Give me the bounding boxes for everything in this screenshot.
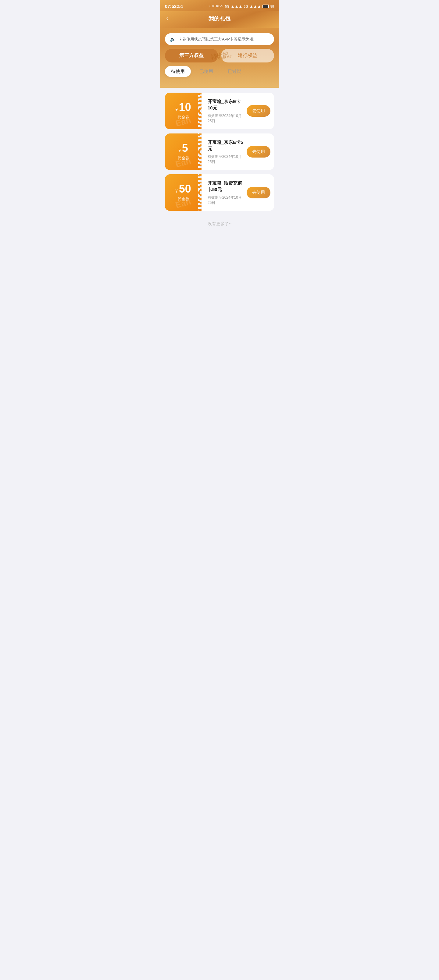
status-icons: 0.00 KB/S 5G ▲▲▲ 5G ▲▲▲ 98 (209, 4, 274, 8)
network-speed: 0.00 KB/S (209, 5, 223, 8)
5g-icon: 5G (225, 5, 230, 8)
coupon-info: 开宝箱_京东E卡5元 有效期至2024年10月25日 (208, 139, 244, 165)
use-coupon-button-1[interactable]: 去使用 (247, 105, 270, 117)
signal-bars-icon-2: ▲▲▲ (249, 4, 261, 8)
speaker-icon: 🔈 (170, 36, 176, 42)
coupon-title-bold: 10元 (208, 105, 217, 110)
coupon-list: ¥ 10 代金券 Eah 开宝箱_京东E卡10元 有效期至2024年10月25日… (160, 88, 279, 239)
coupon-expiry: 有效期至2024年10月25日 (208, 154, 244, 165)
coupon-card: ¥ 10 代金券 Eah 开宝箱_京东E卡10元 有效期至2024年10月25日… (165, 93, 274, 129)
coupon-expiry: 有效期至2024年10月25日 (208, 195, 244, 205)
currency-symbol: ¥ (175, 107, 178, 112)
use-coupon-button-3[interactable]: 去使用 (247, 187, 270, 198)
coupon-amount: ¥ 50 (175, 183, 191, 194)
coupon-title-bold: 50元 (212, 187, 222, 192)
coupon-title: 开宝箱_京东E卡10元 (208, 98, 244, 111)
page-header: ‹ 我的礼包 (160, 11, 279, 28)
coupon-right-section: 开宝箱_京东E卡5元 有效期至2024年10月25日 去使用 (201, 134, 274, 170)
coupon-info: 开宝箱_话费充值卡50元 有效期至2024年10月25日 (208, 180, 244, 205)
tab-used[interactable]: 已使用 (193, 66, 219, 77)
coupon-type: 代金券 (177, 156, 189, 161)
coupon-expiry: 有效期至2024年10月25日 (208, 113, 244, 124)
signal-bars-icon: ▲▲▲ (231, 4, 243, 8)
coupon-amount: ¥ 10 (175, 102, 191, 113)
coupon-value: 5 (182, 142, 188, 154)
coupon-type: 代金券 (177, 115, 189, 120)
back-button[interactable]: ‹ (166, 14, 168, 22)
category-tab-group: 第三方权益 建行权益 特价的 tejia.de (165, 49, 274, 62)
5g-icon-2: 5G (244, 5, 248, 8)
status-bar: 07:52:51 0.00 KB/S 5G ▲▲▲ 5G ▲▲▲ 98 (160, 0, 279, 11)
coupon-card: ¥ 50 代金券 Eah 开宝箱_话费充值卡50元 有效期至2024年10月25… (165, 174, 274, 211)
coupon-info: 开宝箱_京东E卡10元 有效期至2024年10月25日 (208, 98, 244, 124)
coupon-value: 10 (179, 101, 191, 113)
coupon-value: 50 (179, 183, 191, 195)
tab-ccb[interactable]: 建行权益 (221, 49, 274, 62)
coupon-title-normal: 开宝箱_京东E卡 (208, 99, 241, 104)
coupon-left-section: ¥ 10 代金券 Eah (165, 93, 201, 129)
coupon-title: 开宝箱_话费充值卡50元 (208, 180, 244, 192)
battery-level: 98 (270, 5, 274, 8)
coupon-right-section: 开宝箱_话费充值卡50元 有效期至2024年10月25日 去使用 (201, 174, 274, 211)
coupon-left-section: ¥ 5 代金券 Eah (165, 134, 201, 170)
currency-symbol: ¥ (175, 189, 178, 194)
tab-third-party[interactable]: 第三方权益 (165, 49, 218, 62)
coupon-amount: ¥ 5 (178, 143, 188, 154)
coupon-type: 代金券 (177, 196, 189, 202)
coupon-title: 开宝箱_京东E卡5元 (208, 139, 244, 152)
coupon-left-section: ¥ 50 代金券 Eah (165, 174, 201, 211)
use-coupon-button-2[interactable]: 去使用 (247, 146, 270, 158)
coupon-title-normal: 开宝箱_京东E卡 (208, 140, 241, 145)
tab-expired[interactable]: 已过期 (222, 66, 247, 77)
tab-pending[interactable]: 待使用 (165, 66, 191, 77)
coupon-right-section: 开宝箱_京东E卡10元 有效期至2024年10月25日 去使用 (201, 93, 274, 129)
end-of-list: 没有更多了~ (165, 215, 274, 239)
coupon-card: ¥ 5 代金券 Eah 开宝箱_京东E卡5元 有效期至2024年10月25日 去… (165, 134, 274, 170)
page-title: 我的礼包 (209, 15, 230, 22)
status-tab-group: 待使用 已使用 已过期 (165, 66, 274, 77)
status-time: 07:52:51 (165, 4, 183, 9)
battery-icon (262, 5, 269, 8)
currency-symbol: ¥ (178, 148, 181, 153)
notice-text: 卡券使用状态请以第三方APP卡券显示为准 (178, 37, 254, 42)
notice-bar: 🔈 卡券使用状态请以第三方APP卡券显示为准 (165, 33, 274, 45)
